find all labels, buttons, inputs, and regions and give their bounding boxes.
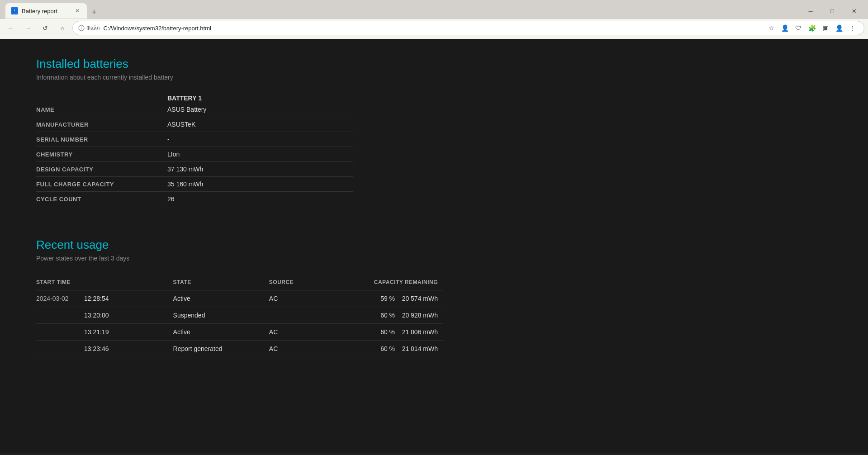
cell-capacity: 60 % 21 014 mWh [322,341,443,357]
page-content: Installed batteries Information about ea… [0,39,868,453]
cell-state: Active [173,290,269,307]
label-chemistry: CHEMISTRY [36,151,167,158]
col-header-source: SOURCE [269,275,322,290]
battery-column-header: BATTERY 1 [36,95,353,102]
tab-favicon [11,7,18,14]
cell-source [269,307,322,324]
tab-bar: Battery report ✕ + ─ □ ✕ [0,0,868,19]
tab-title: Battery report [22,8,57,14]
value-name: ASUS Battery [167,106,206,113]
cell-source: AC [269,290,322,307]
addon-icon-btn[interactable]: 🧩 [806,22,818,34]
date-part: 2024-03-02 [36,295,77,302]
tab-group: Battery report ✕ + [5,3,100,19]
value-chemistry: LIon [167,151,180,158]
forward-button[interactable]: → [21,21,35,35]
label-name: NAME [36,106,167,113]
recent-usage-section: Recent usage Power states over the last … [36,238,832,357]
table-row: 2024-03-02 12:28:54 Active AC 59 % 20 57… [36,290,443,307]
reload-button[interactable]: ↺ [38,21,52,35]
installed-batteries-section: Installed batteries Information about ea… [36,57,832,206]
profile-icon-btn[interactable]: 👤 [779,22,791,34]
user-avatar-btn[interactable]: 👤 [833,22,845,34]
back-button[interactable]: ← [4,21,18,35]
battery-row-serial: SERIAL NUMBER - [36,132,353,147]
shield-icon-btn[interactable]: 🛡 [792,22,804,34]
value-manufacturer: ASUSTeK [167,121,195,128]
cell-capacity: 59 % 20 574 mWh [322,290,443,307]
address-bar-row: ← → ↺ ⌂ iФайл C:/Windows/system32/batter… [0,19,868,39]
date-part [36,345,77,352]
time-part: 13:21:19 [84,328,109,336]
table-row: 13:21:19 Active AC 60 % 21 006 mWh [36,324,443,341]
cell-source: AC [269,324,322,341]
date-part [36,328,77,336]
col-header-capacity: CAPACITY REMAINING [322,275,443,290]
home-button[interactable]: ⌂ [55,21,70,35]
battery-row-name: NAME ASUS Battery [36,102,353,117]
cell-start-time: 13:23:46 [36,341,173,357]
date-part [36,312,77,319]
cell-source: AC [269,341,322,357]
url-protocol: iФайл [78,25,100,32]
maximize-button[interactable]: □ [822,4,843,18]
address-bar-icons: ☆ 👤 🛡 🧩 ▣ 👤 ⋮ [765,22,859,34]
battery-row-full-charge: FULL CHARGE CAPACITY 35 160 mWh [36,176,353,191]
cell-capacity: 60 % 20 928 mWh [322,307,443,324]
label-cycle-count: CYCLE COUNT [36,196,167,203]
cell-start-time: 13:21:19 [36,324,173,341]
usage-table-header-row: START TIME STATE SOURCE CAPACITY REMAINI… [36,275,443,290]
new-tab-button[interactable]: + [88,6,100,19]
value-cycle-count: 26 [167,195,175,203]
time-part: 12:28:54 [84,295,109,302]
browser-chrome: Battery report ✕ + ─ □ ✕ ← [0,0,868,39]
cell-capacity: 60 % 21 006 mWh [322,324,443,341]
cell-start-time: 2024-03-02 12:28:54 [36,290,173,307]
time-part: 13:23:46 [84,345,109,352]
col-header-state: STATE [173,275,269,290]
time-part: 13:20:00 [84,312,109,319]
usage-table: START TIME STATE SOURCE CAPACITY REMAINI… [36,275,443,357]
label-serial: SERIAL NUMBER [36,136,167,143]
window-controls: ─ □ ✕ [800,4,864,18]
url-path: C:/Windows/system32/battery-report.html [104,25,211,32]
recent-usage-subtitle: Power states over the last 3 days [36,255,832,262]
battery-row-chemistry: CHEMISTRY LIon [36,147,353,161]
close-button[interactable]: ✕ [844,4,864,18]
active-tab[interactable]: Battery report ✕ [5,3,87,19]
table-row: 13:23:46 Report generated AC 60 % 21 014… [36,341,443,357]
recent-usage-title: Recent usage [36,238,832,252]
battery-row-design-capacity: DESIGN CAPACITY 37 130 mWh [36,161,353,176]
tab-close-button[interactable]: ✕ [73,7,81,15]
cell-state: Report generated [173,341,269,357]
menu-button[interactable]: ⋮ [847,22,859,34]
address-bar[interactable]: iФайл C:/Windows/system32/battery-report… [72,21,864,35]
value-design-capacity: 37 130 mWh [167,166,203,173]
installed-batteries-subtitle: Information about each currently install… [36,74,832,81]
cell-state: Suspended [173,307,269,324]
cell-start-time: 13:20:00 [36,307,173,324]
sidebar-icon-btn[interactable]: ▣ [820,22,831,34]
label-full-charge: FULL CHARGE CAPACITY [36,181,167,188]
table-row: 13:20:00 Suspended 60 % 20 928 mWh [36,307,443,324]
value-full-charge: 35 160 mWh [167,180,203,188]
svg-text:i: i [81,27,82,30]
battery-row-manufacturer: MANUFACTURER ASUSTeK [36,117,353,132]
value-serial: - [167,136,170,143]
label-manufacturer: MANUFACTURER [36,121,167,128]
minimize-button[interactable]: ─ [800,4,821,18]
battery-table: BATTERY 1 NAME ASUS Battery MANUFACTURER… [36,95,353,206]
installed-batteries-title: Installed batteries [36,57,832,71]
label-design-capacity: DESIGN CAPACITY [36,166,167,173]
bookmark-button[interactable]: ☆ [765,22,777,34]
battery-row-cycle-count: CYCLE COUNT 26 [36,191,353,206]
col-header-start-time: START TIME [36,275,173,290]
cell-state: Active [173,324,269,341]
